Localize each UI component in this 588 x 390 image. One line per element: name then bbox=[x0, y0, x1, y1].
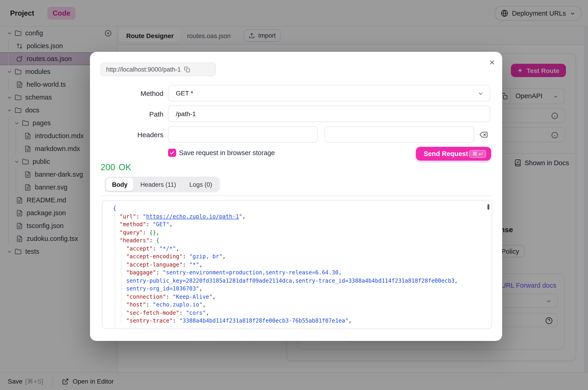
method-label: Method bbox=[90, 90, 163, 97]
status-text: OK bbox=[119, 162, 131, 173]
copy-icon[interactable] bbox=[184, 66, 190, 72]
code-line: "sec-fetch-mode": "cors", bbox=[113, 309, 458, 317]
code-scrollbar-thumb[interactable] bbox=[487, 204, 489, 210]
path-input[interactable]: /path-1 bbox=[168, 105, 490, 122]
response-body-viewer[interactable]: { "url": "https://echo.zuplo.io/path-1",… bbox=[102, 200, 492, 329]
request-url-pill[interactable]: http://localhost:9000/path-1 bbox=[101, 62, 216, 76]
code-line: "accept": "*/*", bbox=[113, 245, 458, 253]
headers-label: Headers bbox=[90, 131, 163, 139]
response-tabs: BodyHeaders (11)Logs (0) bbox=[105, 177, 220, 192]
send-shortcut-badge: ⌘ bbox=[469, 150, 486, 158]
status-code: 200 bbox=[101, 162, 115, 173]
code-line: "accept-language": "*", bbox=[113, 261, 458, 269]
code-line: "host": "echo.zuplo.io", bbox=[113, 301, 458, 309]
close-icon[interactable] bbox=[488, 59, 496, 66]
code-line: "connection": "Keep-Alive", bbox=[113, 293, 458, 301]
send-request-label: Send Request bbox=[424, 150, 468, 157]
code-line: sentry-org_id=1036703", bbox=[113, 285, 458, 293]
code-line: "url": "https://echo.zuplo.io/path-1", bbox=[113, 213, 458, 221]
header-key-input[interactable] bbox=[168, 126, 318, 143]
code-line: "method": "GET", bbox=[113, 221, 458, 229]
response-status: 200 OK bbox=[101, 162, 131, 173]
header-value-input[interactable] bbox=[324, 126, 474, 143]
code-line: "query": {}, bbox=[113, 229, 458, 237]
code-line: "baggage": "sentry-environment=productio… bbox=[113, 269, 458, 277]
save-request-label[interactable]: Save request in browser storage bbox=[179, 149, 275, 156]
save-request-checkbox[interactable] bbox=[168, 149, 176, 157]
response-json: { "url": "https://echo.zuplo.io/path-1",… bbox=[113, 205, 458, 325]
clear-headers-icon[interactable] bbox=[479, 130, 488, 139]
response-tab-logs[interactable]: Logs (0) bbox=[183, 178, 218, 191]
command-key-glyph: ⌘ bbox=[472, 151, 477, 157]
code-line: "sentry-trace": "3388a4b4bd114f231a818f2… bbox=[113, 317, 458, 325]
divider bbox=[101, 195, 492, 196]
code-line: "headers": { bbox=[113, 237, 458, 245]
path-label: Path bbox=[90, 110, 163, 118]
request-url: http://localhost:9000/path-1 bbox=[106, 66, 181, 73]
code-line: { bbox=[113, 205, 458, 213]
return-key-icon bbox=[478, 151, 483, 156]
response-tab-headers[interactable]: Headers (11) bbox=[134, 178, 183, 191]
method-select[interactable]: GET * bbox=[168, 85, 490, 101]
api-test-modal: http://localhost:9000/path-1 Method GET … bbox=[90, 52, 502, 341]
method-value: GET * bbox=[176, 90, 193, 97]
send-request-button[interactable]: Send Request ⌘ bbox=[416, 147, 491, 161]
response-tab-body[interactable]: Body bbox=[106, 178, 134, 191]
chevron-down-icon bbox=[477, 90, 484, 97]
code-line: sentry-public_key=28220fd3185a1281daff09… bbox=[113, 277, 458, 285]
app-root: Project Code Deployment URLs configpolic… bbox=[0, 0, 588, 390]
path-value: /path-1 bbox=[176, 110, 196, 117]
code-line: "accept-encoding": "gzip, br", bbox=[113, 253, 458, 261]
